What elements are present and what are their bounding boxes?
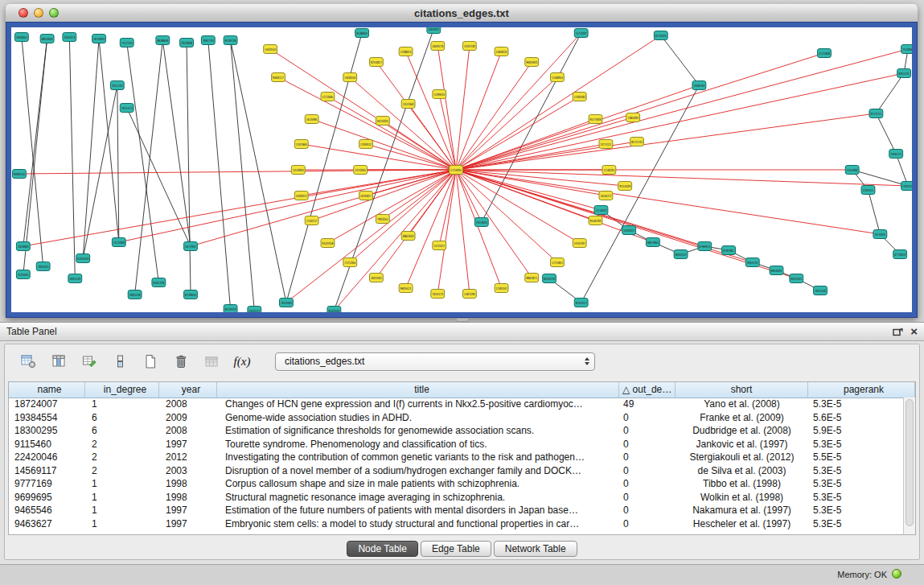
edit-table-button[interactable] [77, 350, 101, 373]
graph-node[interactable]: 16649002 [427, 27, 441, 34]
graph-node[interactable]: 12485083 [573, 93, 586, 101]
graph-edge[interactable] [117, 85, 119, 242]
graph-edge[interactable] [456, 170, 908, 186]
graph-edge[interactable] [69, 37, 75, 278]
table-row[interactable]: 1872400712008Changes of HCN gene express… [9, 398, 903, 411]
graph-node[interactable]: 2646054 [14, 33, 28, 42]
graph-edge[interactable] [23, 170, 456, 246]
graph-edge[interactable] [456, 170, 606, 196]
graph-node[interactable]: 15134457 [433, 241, 446, 250]
graph-node[interactable]: 7905025 [36, 262, 50, 271]
graph-node[interactable]: 7512104 [120, 39, 133, 47]
window-titlebar[interactable]: citations_edges.txt [6, 4, 918, 23]
column-header[interactable]: pagerank [808, 382, 915, 398]
table-row[interactable]: 1938455462009Genome-wide association stu… [9, 411, 903, 425]
graph-node[interactable]: 1724004 [450, 166, 463, 175]
graph-node[interactable]: 8139654 [184, 290, 198, 299]
import-table-button[interactable] [199, 350, 224, 373]
zoom-button[interactable] [49, 8, 59, 18]
tab-edge-table[interactable]: Edge Table [421, 541, 491, 557]
graph-edge[interactable] [278, 77, 456, 170]
float-panel-icon[interactable] [893, 328, 903, 336]
graph-node[interactable]: 1914845 [474, 218, 488, 227]
graph-node[interactable]: 6105019 [76, 254, 90, 263]
graph-node[interactable]: 10197183 [462, 42, 476, 51]
graph-edge[interactable] [208, 40, 231, 309]
table-row[interactable]: 1456911722003Disruption of a novel membe… [9, 464, 903, 478]
column-header[interactable]: year [159, 382, 217, 398]
graph-node[interactable]: 2450122 [248, 307, 261, 313]
graph-node[interactable]: 9857964 [646, 238, 659, 247]
graph-node[interactable]: 9055101 [897, 69, 911, 78]
table-panel-header[interactable]: Table Panel × [0, 323, 924, 341]
network-canvas[interactable]: 1724004121603041616427295462901076749712… [11, 27, 912, 312]
graph-edge[interactable] [456, 170, 580, 243]
graph-node[interactable]: 7692704 [201, 36, 215, 45]
citation-graph[interactable]: 1724004121603041616427295462901076749712… [11, 27, 912, 312]
scrollbar-thumb[interactable] [906, 399, 914, 526]
graph-node[interactable]: 8943001 [770, 266, 783, 275]
graph-node[interactable]: 9577836 [589, 115, 602, 124]
graph-node[interactable]: 9460117 [272, 73, 285, 82]
graph-edge[interactable] [456, 49, 908, 170]
graph-node[interactable]: 2523369 [112, 238, 125, 247]
tab-node-table[interactable]: Node Table [347, 541, 418, 557]
graph-node[interactable]: 5905139 [128, 290, 142, 299]
graph-node[interactable]: 10767497 [573, 239, 586, 248]
graph-edge[interactable] [437, 170, 456, 294]
function-builder-button[interactable]: f(x) [230, 350, 254, 373]
graph-node[interactable]: 14528904 [291, 166, 305, 175]
graph-edge[interactable] [437, 46, 456, 170]
table-row[interactable]: 977716911998Corpus callosum shape and si… [9, 477, 903, 491]
graph-node[interactable]: 9605903 [525, 58, 539, 67]
graph-node[interactable]: 12044511 [861, 186, 875, 195]
graph-node[interactable]: 10774121 [599, 140, 613, 149]
graph-node[interactable]: 3343373 [63, 33, 76, 42]
graph-node[interactable]: 11468954 [551, 73, 565, 82]
graph-edge[interactable] [876, 113, 896, 154]
graph-node[interactable]: 9219103 [224, 305, 237, 313]
graph-node[interactable]: 2620685 [16, 242, 30, 251]
graph-node[interactable]: 7654123 [431, 290, 445, 299]
graph-node[interactable]: 12220681 [321, 93, 335, 101]
graph-node[interactable]: 1948794 [692, 81, 706, 90]
graph-node[interactable]: 12160304 [602, 166, 616, 175]
new-table-button[interactable] [138, 350, 162, 373]
graph-node[interactable]: 6770043 [893, 250, 907, 259]
table-row[interactable]: 969969511998Structural magnetic resonanc… [9, 491, 903, 505]
delete-table-button[interactable] [169, 350, 193, 373]
close-button[interactable] [18, 8, 28, 18]
close-panel-icon[interactable]: × [910, 326, 918, 337]
graph-node[interactable]: 1674604 [92, 35, 106, 43]
table-row[interactable]: 946554611997Estimation of the future num… [9, 504, 903, 517]
graph-node[interactable]: 12116032 [594, 206, 608, 215]
graph-node[interactable]: 6799913 [698, 242, 712, 251]
graph-node[interactable]: 8450226 [543, 274, 556, 283]
graph-node[interactable]: 11099443 [433, 90, 446, 99]
graph-edge[interactable] [135, 40, 163, 295]
table-options-button[interactable] [16, 350, 40, 373]
graph-edge[interactable] [23, 39, 47, 274]
graph-node[interactable]: 9024501 [790, 274, 803, 283]
graph-edge[interactable] [876, 73, 904, 113]
show-columns-button[interactable] [47, 350, 71, 373]
graph-node[interactable]: 10583012 [294, 192, 308, 200]
graph-node[interactable]: 16134991 [305, 115, 318, 124]
graph-node[interactable]: 8594532 [674, 250, 688, 259]
graph-node[interactable]: 10743065 [354, 166, 368, 175]
graph-node[interactable]: 7485093 [626, 113, 640, 122]
graph-node[interactable]: 9245012 [574, 299, 588, 307]
graph-edge[interactable] [456, 170, 880, 234]
graph-edge[interactable] [231, 40, 255, 311]
graph-edge[interactable] [83, 39, 99, 258]
graph-node[interactable]: 9139739 [224, 36, 237, 45]
column-header[interactable]: name [9, 382, 85, 398]
graph-node[interactable]: 15724007 [574, 29, 588, 38]
graph-node[interactable]: 9425004 [376, 117, 389, 126]
graph-node[interactable]: 7125364 [343, 258, 357, 267]
graph-edge[interactable] [456, 73, 904, 170]
graph-edge[interactable] [456, 35, 661, 170]
table-row[interactable]: 1830029562008Estimation of significance … [9, 424, 903, 438]
graph-node[interactable]: 9605421 [399, 284, 413, 293]
graph-node[interactable]: 14522660 [401, 100, 415, 109]
